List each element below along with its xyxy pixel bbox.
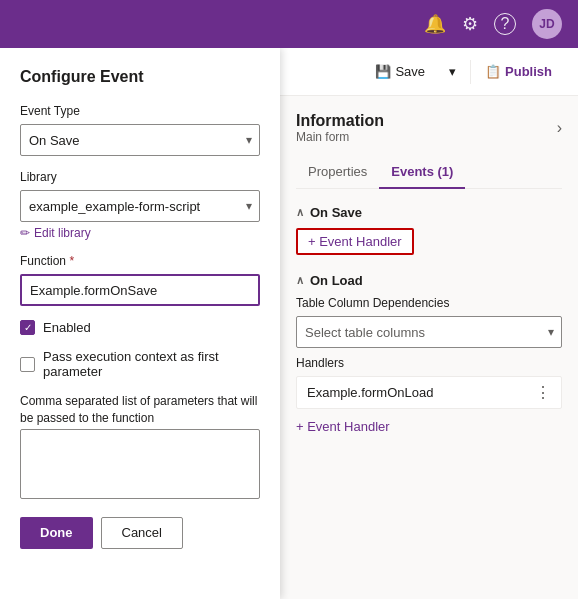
required-indicator: *	[69, 254, 74, 268]
table-column-dependencies-label: Table Column Dependencies	[296, 296, 562, 310]
tab-events[interactable]: Events (1)	[379, 156, 465, 189]
bell-icon[interactable]: 🔔	[424, 13, 446, 35]
pass-context-checkbox[interactable]	[20, 357, 35, 372]
breadcrumb-info: Information Main form	[296, 112, 384, 144]
enabled-label: Enabled	[43, 320, 91, 335]
enabled-checkbox[interactable]	[20, 320, 35, 335]
publish-button[interactable]: 📋 Publish	[475, 60, 562, 83]
on-save-add-event-handler-button[interactable]: + Event Handler	[296, 228, 414, 255]
function-field: Function *	[20, 254, 260, 306]
handler-row: Example.formOnLoad ⋮	[296, 376, 562, 409]
avatar[interactable]: JD	[532, 9, 562, 39]
handlers-label: Handlers	[296, 356, 562, 370]
params-label: Comma separated list of parameters that …	[20, 393, 260, 427]
library-select-wrapper: example_example-form-script	[20, 190, 260, 222]
on-save-chevron-icon: ∧	[296, 206, 304, 219]
pass-context-checkbox-row: Pass execution context as first paramete…	[20, 349, 260, 379]
help-icon[interactable]: ?	[494, 13, 516, 35]
on-load-title: On Load	[310, 273, 363, 288]
cancel-button[interactable]: Cancel	[101, 517, 183, 549]
library-label: Library	[20, 170, 260, 184]
breadcrumb-area: Information Main form ›	[296, 112, 562, 144]
tabs: Properties Events (1)	[296, 156, 562, 189]
on-load-section: ∧ On Load Table Column Dependencies Sele…	[296, 273, 562, 438]
publish-label: Publish	[505, 64, 552, 79]
function-input[interactable]	[20, 274, 260, 306]
save-label: Save	[395, 64, 425, 79]
on-save-section: ∧ On Save + Event Handler	[296, 205, 562, 257]
breadcrumb-title: Information	[296, 112, 384, 130]
toolbar: 💾 Save ▾ 📋 Publish	[280, 48, 578, 96]
edit-library-link[interactable]: ✏ Edit library	[20, 226, 260, 240]
params-textarea[interactable]	[20, 429, 260, 499]
event-type-label: Event Type	[20, 104, 260, 118]
table-columns-select[interactable]: Select table columns	[296, 316, 562, 348]
on-save-header: ∧ On Save	[296, 205, 562, 220]
handler-menu-icon[interactable]: ⋮	[535, 383, 551, 402]
save-dropdown-icon: ▾	[449, 64, 456, 79]
event-type-select[interactable]: On Save	[20, 124, 260, 156]
enabled-checkbox-row: Enabled	[20, 320, 260, 335]
save-icon: 💾	[375, 64, 391, 79]
save-button[interactable]: 💾 Save	[365, 60, 435, 83]
on-load-header: ∧ On Load	[296, 273, 562, 288]
content-area: Information Main form › Properties Event…	[280, 96, 578, 599]
main-area: Configure Event Event Type On Save Libra…	[0, 48, 578, 599]
gear-icon[interactable]: ⚙	[462, 13, 478, 35]
on-load-chevron-icon: ∧	[296, 274, 304, 287]
save-dropdown-button[interactable]: ▾	[439, 60, 466, 83]
event-type-select-wrapper: On Save	[20, 124, 260, 156]
pass-context-label: Pass execution context as first paramete…	[43, 349, 260, 379]
event-type-field: Event Type On Save	[20, 104, 260, 156]
function-label: Function *	[20, 254, 260, 268]
on-load-add-event-handler-button[interactable]: + Event Handler	[296, 415, 390, 438]
dialog-footer: Done Cancel	[20, 517, 260, 549]
library-select[interactable]: example_example-form-script	[20, 190, 260, 222]
publish-icon: 📋	[485, 64, 501, 79]
on-save-title: On Save	[310, 205, 362, 220]
library-field: Library example_example-form-script ✏ Ed…	[20, 170, 260, 240]
table-columns-select-wrapper: Select table columns	[296, 316, 562, 348]
tab-properties[interactable]: Properties	[296, 156, 379, 189]
breadcrumb-chevron-icon[interactable]: ›	[557, 119, 562, 137]
done-button[interactable]: Done	[20, 517, 93, 549]
dialog-title: Configure Event	[20, 68, 260, 86]
toolbar-divider	[470, 60, 471, 84]
edit-library-text: Edit library	[34, 226, 91, 240]
pencil-icon: ✏	[20, 226, 30, 240]
configure-event-dialog: Configure Event Event Type On Save Libra…	[0, 48, 280, 599]
handler-name: Example.formOnLoad	[307, 385, 433, 400]
right-panel: 💾 Save ▾ 📋 Publish Information Main form…	[280, 48, 578, 599]
params-field: Comma separated list of parameters that …	[20, 393, 260, 499]
breadcrumb-subtitle: Main form	[296, 130, 384, 144]
top-bar: 🔔 ⚙ ? JD	[0, 0, 578, 48]
